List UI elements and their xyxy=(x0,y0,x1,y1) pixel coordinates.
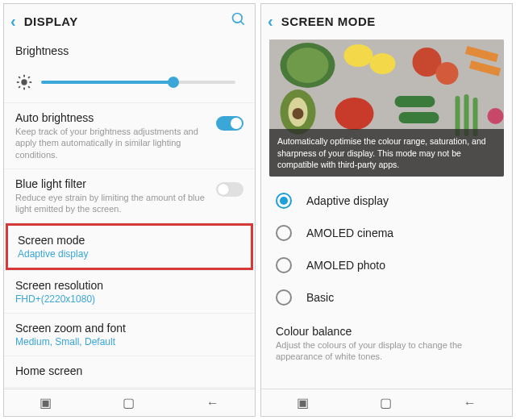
colour-balance-sub: Adjust the colours of your display to ch… xyxy=(276,339,497,363)
auto-brightness-sub: Keep track of your brightness adjustment… xyxy=(15,126,206,160)
zoom-font-value: Medium, Small, Default xyxy=(15,336,243,347)
mode-option[interactable]: AMOLED cinema xyxy=(261,217,512,249)
screen-mode-screen: ‹ SCREEN MODE xyxy=(260,3,513,417)
svg-point-2 xyxy=(21,79,27,85)
svg-point-17 xyxy=(436,62,459,85)
mode-option-label: AMOLED cinema xyxy=(306,227,393,239)
home-button[interactable]: ▢ xyxy=(380,395,392,410)
radio-icon[interactable] xyxy=(276,225,292,241)
screen-mode-value: Adaptive display xyxy=(18,248,241,260)
brightness-slider-row xyxy=(4,67,255,102)
radio-icon[interactable] xyxy=(276,257,292,273)
blue-light-sub: Reduce eye strain by limiting the amount… xyxy=(15,192,206,215)
recents-button[interactable]: ▣ xyxy=(40,395,52,410)
recents-button[interactable]: ▣ xyxy=(297,395,309,410)
settings-list: Brightness Auto brightness Keep t xyxy=(4,36,255,389)
mode-option[interactable]: Adaptive display xyxy=(261,185,512,217)
brightness-slider[interactable] xyxy=(41,81,235,84)
radio-icon[interactable] xyxy=(276,289,292,306)
colour-balance-row[interactable]: Colour balance Adjust the colours of you… xyxy=(261,314,512,366)
back-icon[interactable]: ‹ xyxy=(268,12,273,31)
svg-rect-24 xyxy=(395,96,435,107)
screen-mode-row[interactable]: Screen mode Adaptive display xyxy=(6,223,253,270)
mode-option[interactable]: AMOLED photo xyxy=(261,249,512,281)
brightness-icon xyxy=(15,73,33,91)
svg-point-22 xyxy=(293,108,304,119)
svg-line-8 xyxy=(28,86,30,88)
nav-bar: ▣ ▢ ← xyxy=(261,389,512,416)
svg-line-9 xyxy=(19,86,20,88)
auto-brightness-toggle[interactable] xyxy=(216,116,243,131)
slider-thumb[interactable] xyxy=(168,77,179,88)
svg-point-23 xyxy=(335,98,374,130)
zoom-font-title: Screen zoom and font xyxy=(15,322,243,335)
preview-caption: Automatically optimise the colour range,… xyxy=(269,129,504,177)
home-screen-row[interactable]: Home screen xyxy=(4,356,255,387)
screen-mode-title: Screen mode xyxy=(18,234,241,247)
svg-line-10 xyxy=(28,77,30,78)
mode-options: Adaptive displayAMOLED cinemaAMOLED phot… xyxy=(261,185,512,314)
colour-balance-title: Colour balance xyxy=(276,325,497,338)
blue-light-row[interactable]: Blue light filter Reduce eye strain by l… xyxy=(4,169,255,223)
back-icon[interactable]: ‹ xyxy=(10,12,16,31)
svg-point-15 xyxy=(370,53,396,74)
mode-option-label: Basic xyxy=(306,291,334,304)
screen-res-value: FHD+(2220x1080) xyxy=(15,293,243,305)
screen-res-title: Screen resolution xyxy=(15,279,243,292)
screen-resolution-row[interactable]: Screen resolution FHD+(2220x1080) xyxy=(4,271,255,313)
nav-bar: ▣ ▢ ← xyxy=(4,389,255,416)
display-settings-screen: ‹ DISPLAY Brightness xyxy=(3,3,256,417)
back-button[interactable]: ← xyxy=(464,396,476,410)
auto-brightness-title: Auto brightness xyxy=(15,111,206,124)
preview-image: Automatically optimise the colour range,… xyxy=(269,40,504,177)
svg-rect-25 xyxy=(399,112,439,123)
back-button[interactable]: ← xyxy=(206,396,219,410)
mode-option-label: AMOLED photo xyxy=(306,259,385,272)
page-title: DISPLAY xyxy=(24,15,231,28)
header: ‹ SCREEN MODE xyxy=(261,4,512,36)
svg-point-14 xyxy=(344,44,373,67)
mode-option[interactable]: Basic xyxy=(261,281,512,314)
screen-mode-content: Automatically optimise the colour range,… xyxy=(261,36,512,389)
svg-line-7 xyxy=(19,77,20,78)
page-title: SCREEN MODE xyxy=(281,15,504,28)
zoom-font-row[interactable]: Screen zoom and font Medium, Small, Defa… xyxy=(4,314,255,356)
brightness-label: Brightness xyxy=(15,44,243,57)
home-screen-title: Home screen xyxy=(15,364,243,377)
auto-brightness-row[interactable]: Auto brightness Keep track of your brigh… xyxy=(4,103,255,168)
svg-line-1 xyxy=(241,21,244,24)
brightness-row: Brightness xyxy=(4,36,255,67)
blue-light-toggle[interactable] xyxy=(216,182,243,197)
svg-point-13 xyxy=(287,48,329,83)
home-button[interactable]: ▢ xyxy=(123,395,135,410)
header: ‹ DISPLAY xyxy=(4,4,255,36)
svg-point-29 xyxy=(488,108,504,124)
mode-option-label: Adaptive display xyxy=(306,194,389,207)
blue-light-title: Blue light filter xyxy=(15,177,206,190)
radio-icon[interactable] xyxy=(276,193,292,209)
svg-point-0 xyxy=(233,13,243,23)
search-icon[interactable] xyxy=(231,11,247,31)
